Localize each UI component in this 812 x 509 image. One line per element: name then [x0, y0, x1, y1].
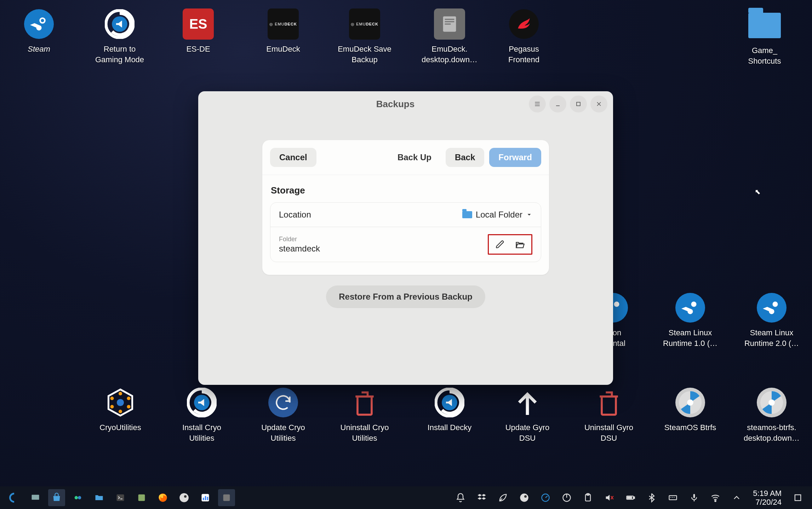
desktop-icon-cryoutilities[interactable]: CryoUtilities [85, 386, 156, 433]
svg-point-11 [681, 298, 700, 318]
desktop-icon-label: Steam [4, 44, 74, 54]
tray-show-desktop-button[interactable] [789, 489, 806, 506]
desktop-icon-emudeck-down[interactable]: EmuDeck. desktop.down… [414, 7, 485, 65]
svg-point-40 [179, 493, 189, 502]
svg-rect-4 [116, 23, 121, 25]
svg-rect-54 [634, 497, 635, 499]
desktop-icon-label: Install Decky [414, 422, 485, 433]
svg-rect-37 [117, 494, 124, 501]
task-chart-button[interactable] [197, 489, 214, 506]
cancel-button[interactable]: Cancel [270, 148, 316, 167]
svg-rect-25 [358, 397, 372, 415]
task-store-button[interactable] [48, 489, 65, 506]
tray-wifi-icon[interactable] [707, 489, 724, 506]
clock-time: 5:19 AM [753, 489, 782, 498]
folder-field-label: Folder [279, 236, 320, 243]
folder-icon [462, 211, 472, 218]
task-files-button[interactable] [91, 489, 108, 506]
dialog-button-bar: Cancel Back Up Back Forward [262, 148, 549, 175]
tray-battery-icon[interactable] [622, 489, 639, 506]
svg-rect-7 [445, 21, 454, 22]
annotation-highlight [488, 234, 532, 255]
tray-dropbox-icon[interactable] [473, 489, 490, 506]
hamburger-menu-button[interactable] [529, 96, 546, 112]
task-terminal-button[interactable] [112, 489, 129, 506]
desktop-icon-label: Return to Gaming Mode [84, 44, 155, 65]
steam-icon [24, 9, 54, 39]
svg-point-13 [762, 298, 782, 318]
task-backups-button[interactable] [218, 489, 235, 506]
desktop-icon-label: SteamOS Btrfs [655, 422, 726, 433]
arrow-up-icon [515, 388, 540, 417]
svg-point-30 [687, 399, 693, 406]
desktop-icon-es-de[interactable]: ES ES-DE [163, 7, 234, 54]
task-desktop-button[interactable] [27, 489, 44, 506]
close-button[interactable] [590, 96, 607, 112]
backup-button[interactable]: Back Up [388, 148, 441, 167]
desktop-icon-steamos-btrfs[interactable]: SteamOS Btrfs [655, 386, 726, 433]
svg-rect-46 [223, 494, 230, 501]
browse-folder-button[interactable] [510, 236, 530, 253]
desktop-icon-install-decky[interactable]: Install Decky [414, 386, 485, 433]
desktop-icon-label: Update Gyro DSU [492, 422, 563, 443]
task-steam-button[interactable] [176, 489, 193, 506]
desktop-icon-label: CryoUtilities [85, 422, 156, 433]
svg-point-20 [119, 410, 122, 413]
svg-rect-44 [205, 496, 206, 500]
svg-rect-28 [602, 397, 616, 415]
start-button[interactable] [6, 489, 23, 506]
svg-rect-8 [445, 23, 451, 24]
desktop-icon-emudeck[interactable]: ◎ EMUDECK EmuDeck [248, 7, 319, 54]
trash-icon [352, 388, 377, 417]
desktop-icon-steam[interactable]: Steam [4, 7, 74, 54]
desktop-icon-pegasus[interactable]: Pegasus Frontend [488, 7, 559, 65]
desktop-icon-uninstall-gyro[interactable]: Uninstall Gyro DSU [573, 386, 644, 443]
pencil-icon [496, 240, 505, 249]
svg-point-61 [715, 501, 716, 502]
desktop-icon-update-cryo[interactable]: Update Cryo Utilities [248, 386, 319, 443]
maximize-button[interactable] [570, 96, 587, 112]
task-settings-button[interactable] [133, 489, 150, 506]
svg-point-41 [184, 495, 187, 498]
tray-mic-icon[interactable] [686, 489, 703, 506]
tray-power-icon[interactable] [558, 489, 575, 506]
desktop-icon-label: Steam Linux Runtime 2.0 (… [736, 328, 807, 348]
svg-rect-56 [669, 496, 677, 500]
return-icon [105, 9, 135, 39]
tray-keyboard-icon[interactable] [664, 489, 681, 506]
svg-rect-33 [577, 102, 580, 106]
forward-button[interactable]: Forward [489, 148, 541, 167]
desktop-icon-label: steamos-btrfs. desktop.down… [736, 422, 807, 443]
minimize-button[interactable] [549, 96, 566, 112]
desktop-icon-install-cryo[interactable]: Install Cryo Utilities [166, 386, 237, 443]
desktop-icon-steam-runtime2[interactable]: Steam Linux Runtime 2.0 (… [736, 291, 807, 348]
desktop-icon-game-shortcuts[interactable]: Game_ Shortcuts [729, 8, 800, 66]
desktop-icon-update-gyro[interactable]: Update Gyro DSU [492, 386, 563, 443]
taskbar-clock[interactable]: 5:19 AM 7/20/24 [753, 489, 782, 507]
desktop-icon-uninstall-cryo[interactable]: Uninstall Cryo Utilities [329, 386, 400, 443]
svg-rect-27 [446, 401, 451, 403]
desktop-icon-steamos-btrfs-down[interactable]: steamos-btrfs. desktop.down… [736, 386, 807, 443]
desktop-icon-emudeck-save[interactable]: ◎ EMUDECK EmuDeck Save Backup [329, 7, 400, 65]
svg-point-22 [110, 397, 114, 400]
tray-leaf-icon[interactable] [494, 489, 511, 506]
edit-folder-button[interactable] [490, 236, 510, 253]
tray-steam-icon[interactable] [516, 489, 533, 506]
desktop-icon-steam-runtime1[interactable]: Steam Linux Runtime 1.0 (… [655, 291, 726, 348]
task-app1-button[interactable] [69, 489, 86, 506]
desktop-icon-label: EmuDeck [248, 44, 319, 54]
svg-point-59 [674, 497, 675, 498]
back-button[interactable]: Back [446, 148, 484, 167]
tray-gauge-icon[interactable] [537, 489, 554, 506]
tray-chevron-up-icon[interactable] [728, 489, 745, 506]
tray-bluetooth-icon[interactable] [643, 489, 660, 506]
tray-clipboard-icon[interactable] [579, 489, 596, 506]
svg-point-10 [614, 302, 619, 307]
tray-volume-muted-icon[interactable] [601, 489, 618, 506]
restore-button[interactable]: Restore From a Previous Backup [326, 285, 485, 308]
location-dropdown[interactable]: Local Folder [462, 210, 532, 220]
task-firefox-button[interactable] [154, 489, 171, 506]
desktop-icon-return-gaming[interactable]: Return to Gaming Mode [84, 7, 155, 65]
tray-notifications-icon[interactable] [452, 489, 469, 506]
svg-rect-55 [628, 497, 632, 499]
